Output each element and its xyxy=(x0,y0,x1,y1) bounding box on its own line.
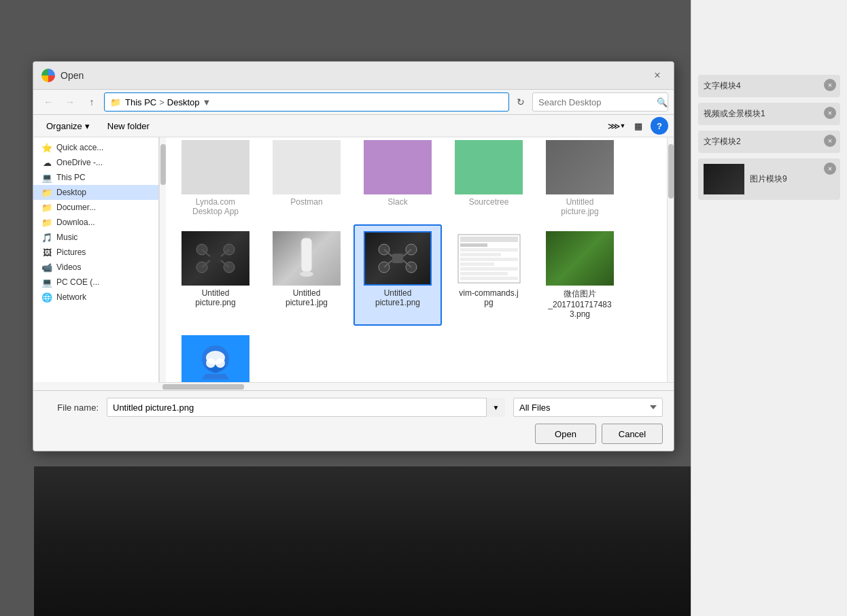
diagram-thumb xyxy=(455,231,523,286)
sidebar-item-quick-access[interactable]: ⭐ Quick acce... xyxy=(33,140,158,155)
baidu-thumb xyxy=(182,335,249,382)
sidebar-item-this-pc[interactable]: 💻 This PC xyxy=(33,170,158,185)
sidebar-item-pictures[interactable]: 🖼 Pictures xyxy=(33,245,158,260)
dialog-close-button[interactable]: × xyxy=(649,67,666,84)
file-thumb xyxy=(182,335,249,382)
file-item[interactable]: vim-commands.jpg xyxy=(445,224,533,326)
address-bar[interactable]: 📁 This PC > Desktop ▼ xyxy=(104,92,509,112)
back-icon: ← xyxy=(44,97,53,107)
address-dropdown[interactable]: ▼ xyxy=(203,97,211,107)
sidebar-label: PC COE (... xyxy=(56,277,99,287)
horizontal-scrollbar-thumb[interactable] xyxy=(162,384,244,390)
sidebar-item-music[interactable]: 🎵 Music xyxy=(33,230,158,245)
search-bar[interactable]: 🔍 xyxy=(532,92,668,112)
white-object-thumb xyxy=(273,231,341,286)
dropdown-arrow-icon: ▼ xyxy=(493,404,500,411)
search-input[interactable] xyxy=(538,97,653,107)
sidebar-item-desktop[interactable]: 📁 Desktop xyxy=(33,185,158,200)
file-label: 微信图片_20171017174833.png xyxy=(548,288,611,319)
faded-file-item[interactable]: Untitledpicture.jpg xyxy=(536,140,624,216)
up-button[interactable]: ↑ xyxy=(82,92,101,112)
new-folder-button[interactable]: New folder xyxy=(100,117,157,135)
right-panel-thumb xyxy=(704,164,744,194)
action-row: Open Cancel xyxy=(44,424,663,444)
file-item[interactable]: Untitledpicture1.jpg xyxy=(262,224,351,326)
address-toolbar: ← → ↑ 📁 This PC > Desktop ▼ ↻ 🔍 xyxy=(33,90,674,115)
svg-rect-28 xyxy=(460,272,508,275)
file-item[interactable]: Untitledpicture.png xyxy=(171,224,260,326)
right-panel-close-icon[interactable]: × xyxy=(824,162,836,175)
folder-icon: 📁 xyxy=(110,97,121,107)
drone-svg xyxy=(195,241,236,275)
pane-button[interactable]: ▦ xyxy=(629,117,648,135)
sidebar-item-pc-coe[interactable]: 💻 PC COE (... xyxy=(33,275,158,290)
right-panel-item[interactable]: 视频或全景模块1 × xyxy=(698,103,840,125)
sidebar-label: Network xyxy=(56,292,86,302)
sidebar-label: OneDrive -... xyxy=(56,158,103,167)
svg-rect-23 xyxy=(460,248,518,252)
file-item-selected[interactable]: Untitledpicture1.png xyxy=(353,224,442,326)
faded-file-item[interactable]: Sourcetree xyxy=(445,140,533,216)
right-panel-item[interactable]: 文字模块4 × xyxy=(698,75,840,97)
file-item-baidu[interactable]: 百度网盘 xyxy=(171,328,260,382)
file-label: Untitledpicture.png xyxy=(195,288,235,307)
sidebar-scrollbar[interactable] xyxy=(159,137,166,382)
sidebar-item-network[interactable]: 🌐 Network xyxy=(33,290,158,305)
right-panel-label: 视频或全景模块1 xyxy=(704,108,765,120)
file-scrollbar-thumb[interactable] xyxy=(668,144,674,199)
toolbar-right: ⋙ ▼ ▦ ? xyxy=(607,117,668,135)
sidebar-scrollbar-thumb[interactable] xyxy=(160,144,166,185)
sidebar-item-downloads[interactable]: 📁 Downloa... xyxy=(33,215,158,230)
file-item[interactable]: 微信图片_20171017174833.png xyxy=(536,224,624,326)
refresh-button[interactable]: ↻ xyxy=(512,93,530,111)
view-button[interactable]: ⋙ ▼ xyxy=(607,117,626,135)
horizontal-scrollbar[interactable] xyxy=(159,382,674,390)
videos-icon: 📹 xyxy=(41,262,52,273)
organize-arrow-icon: ▾ xyxy=(85,121,90,131)
this-pc-icon: 💻 xyxy=(41,172,52,183)
filetype-wrapper: All Files Image Files JPEG Files PNG Fil… xyxy=(513,398,663,417)
background-photo xyxy=(34,466,691,616)
sidebar-item-onedrive[interactable]: ☁ OneDrive -... xyxy=(33,155,158,170)
cancel-button[interactable]: Cancel xyxy=(602,424,663,444)
filename-input[interactable] xyxy=(107,398,505,417)
svg-rect-15 xyxy=(392,254,403,263)
svg-rect-22 xyxy=(460,243,487,247)
filename-input-wrapper: ▼ xyxy=(107,398,505,417)
right-panel-item[interactable]: 文字模块2 × xyxy=(698,131,840,153)
sidebar-label: Music xyxy=(56,233,77,242)
organize-button[interactable]: Organize ▾ xyxy=(39,117,97,135)
refresh-icon: ↻ xyxy=(517,97,525,107)
right-panel-close-icon[interactable]: × xyxy=(824,135,836,147)
faded-thumb xyxy=(182,140,249,194)
sidebar-item-videos[interactable]: 📹 Videos xyxy=(33,260,158,275)
address-desktop[interactable]: Desktop xyxy=(167,97,200,107)
help-button[interactable]: ? xyxy=(651,117,668,135)
filetype-select[interactable]: All Files Image Files JPEG Files PNG Fil… xyxy=(513,398,663,417)
faded-file-item[interactable]: Slack xyxy=(353,140,442,216)
right-panel-close-icon[interactable]: × xyxy=(824,107,836,119)
address-this-pc[interactable]: This PC xyxy=(125,97,156,107)
filename-label: File name: xyxy=(44,403,99,413)
svg-rect-21 xyxy=(460,237,518,242)
file-grid-scrollbar[interactable] xyxy=(667,137,674,382)
svg-point-10 xyxy=(300,271,313,277)
view-grid-icon: ⋙ xyxy=(608,121,620,131)
faded-file-item[interactable]: Lynda.comDesktop App xyxy=(171,140,260,216)
back-button[interactable]: ← xyxy=(39,92,58,112)
right-panel-item[interactable]: 图片模块9 × xyxy=(698,158,840,200)
right-panel-close-icon[interactable]: × xyxy=(824,79,836,91)
chrome-logo-icon xyxy=(41,69,55,82)
file-grid-container[interactable]: Lynda.comDesktop App Postman Slack Sourc… xyxy=(166,137,667,382)
open-button[interactable]: Open xyxy=(535,424,596,444)
file-label: Untitledpicture1.png xyxy=(375,288,420,307)
onedrive-icon: ☁ xyxy=(41,157,52,168)
faded-thumb xyxy=(546,140,614,194)
faded-file-item[interactable]: Postman xyxy=(262,140,351,216)
filename-dropdown-button[interactable]: ▼ xyxy=(486,398,505,417)
sidebar-wrapper: ⭐ Quick acce... ☁ OneDrive -... 💻 This P… xyxy=(33,137,166,382)
forward-button[interactable]: → xyxy=(60,92,80,112)
sidebar-item-documents[interactable]: 📁 Documer... xyxy=(33,200,158,215)
faded-thumb xyxy=(273,140,341,194)
downloads-icon: 📁 xyxy=(41,217,52,228)
